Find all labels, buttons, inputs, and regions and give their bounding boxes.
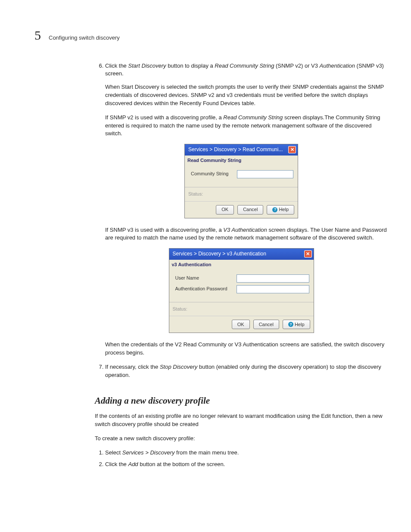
step6-para5: When the credentials of the V2 Read Comm… xyxy=(105,341,388,357)
auth-password-input[interactable] xyxy=(237,285,309,293)
step-7: If necessary, click the Stop Discovery b… xyxy=(105,363,388,380)
close-icon[interactable]: ✕ xyxy=(288,146,296,153)
ok-button[interactable]: OK xyxy=(216,205,234,215)
dialog2-title: Services > Discovery > v3 Authentication xyxy=(173,250,266,258)
cancel-button[interactable]: Cancel xyxy=(253,320,279,329)
section2-step2: Click the Add button at the bottom of th… xyxy=(105,460,388,469)
close-icon[interactable]: ✕ xyxy=(304,250,312,258)
v3-auth-dialog: Services > Discovery > v3 Authentication… xyxy=(169,248,314,333)
step6-para4: If SNMP v3 is used with a discovering pr… xyxy=(105,226,388,243)
help-button[interactable]: ?Help xyxy=(267,205,294,215)
help-icon: ? xyxy=(272,207,277,212)
section2-step1: Select Services > Discovery from the mai… xyxy=(105,449,388,457)
community-string-input[interactable] xyxy=(237,170,293,178)
read-community-dialog: Services > Discovery > Read Communi... ✕… xyxy=(184,144,298,218)
chapter-number: 5 xyxy=(34,26,41,45)
section2-para1: If the contents of an existing profile a… xyxy=(95,412,388,429)
dialog2-panel-title: v3 Authentication xyxy=(169,260,314,268)
dialog1-titlebar: Services > Discovery > Read Communi... ✕ xyxy=(185,144,298,155)
step-6: Click the Start Discovery button to disp… xyxy=(105,62,388,78)
help-icon: ? xyxy=(288,322,293,327)
step6-para2: When Start Discovery is selected the swi… xyxy=(105,83,388,108)
dialog2-titlebar: Services > Discovery > v3 Authentication… xyxy=(169,249,314,259)
cancel-button[interactable]: Cancel xyxy=(237,205,263,215)
running-head: Configuring switch discovery xyxy=(49,34,120,42)
auth-password-label: Authentication Password xyxy=(175,286,231,292)
help-button[interactable]: ?Help xyxy=(283,320,310,329)
dialog1-status: Status: xyxy=(185,187,298,202)
section2-para2: To create a new switch discovery profile… xyxy=(95,435,388,443)
section-heading-add-profile: Adding a new discovery profile xyxy=(95,394,388,407)
user-name-input[interactable] xyxy=(237,274,309,283)
step6-para3: If SNMP v2 is used with a discovering pr… xyxy=(105,114,388,138)
dialog2-status: Status: xyxy=(169,302,314,317)
ok-button[interactable]: OK xyxy=(232,320,250,329)
user-name-label: User Name xyxy=(175,275,231,282)
step6-text: Click the Start Discovery button to disp… xyxy=(105,62,384,77)
dialog1-title: Services > Discovery > Read Communi... xyxy=(188,146,283,153)
community-string-label: Community String xyxy=(191,171,232,177)
dialog1-panel-title: Read Community String xyxy=(185,156,298,164)
